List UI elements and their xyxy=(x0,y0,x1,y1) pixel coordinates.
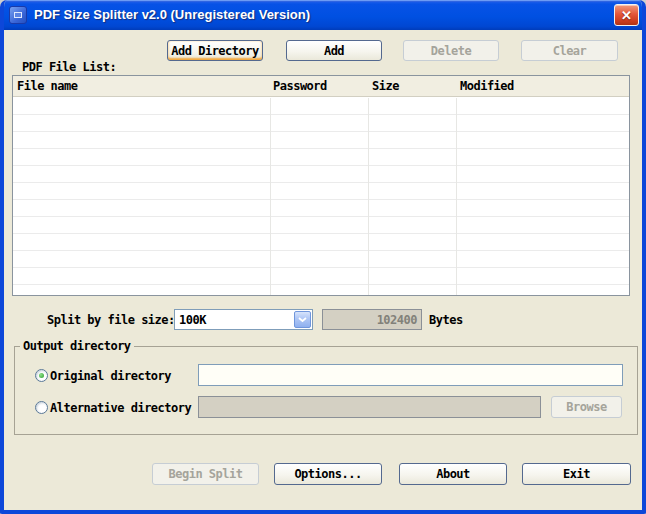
file-list-label: PDF File List: xyxy=(22,60,116,74)
output-directory-group: Output directory Original directory Alte… xyxy=(14,346,638,435)
column-divider xyxy=(368,98,369,295)
app-icon xyxy=(9,6,27,24)
bytes-value: 102400 xyxy=(377,313,417,327)
alternative-directory-field[interactable] xyxy=(198,396,541,418)
split-size-label: Split by file size: xyxy=(47,313,175,327)
clear-label: Clear xyxy=(553,44,587,58)
options-button[interactable]: Options... xyxy=(274,463,382,485)
title-bar[interactable]: PDF Size Splitter v2.0 (Unregistered Ver… xyxy=(0,0,646,30)
original-directory-label[interactable]: Original directory xyxy=(50,369,171,383)
bytes-value-field[interactable]: 102400 xyxy=(322,309,422,330)
browse-button[interactable]: Browse xyxy=(551,396,622,418)
add-label: Add xyxy=(324,44,344,58)
browse-label: Browse xyxy=(566,400,606,414)
exit-button[interactable]: Exit xyxy=(522,463,631,485)
column-header-file-name[interactable]: File name xyxy=(13,76,270,96)
alternative-directory-label[interactable]: Alternative directory xyxy=(50,401,191,415)
chevron-down-icon[interactable] xyxy=(294,311,311,328)
about-button[interactable]: About xyxy=(399,463,507,485)
column-divider xyxy=(456,98,457,295)
app-icon-pane xyxy=(14,12,22,18)
column-divider xyxy=(270,98,271,295)
app-window: PDF Size Splitter v2.0 (Unregistered Ver… xyxy=(0,0,646,514)
output-directory-group-label: Output directory xyxy=(20,339,134,353)
split-size-dropdown[interactable]: 100K xyxy=(174,309,313,330)
original-directory-radio[interactable] xyxy=(35,369,48,382)
delete-button[interactable]: Delete xyxy=(403,40,499,61)
original-directory-field[interactable] xyxy=(198,364,623,386)
file-list-table[interactable]: File name Password Size Modified xyxy=(12,75,630,296)
begin-split-label: Begin Split xyxy=(169,467,243,481)
clear-button[interactable]: Clear xyxy=(521,40,618,61)
options-label: Options... xyxy=(294,467,361,481)
begin-split-button[interactable]: Begin Split xyxy=(152,463,259,485)
close-button[interactable]: ✕ xyxy=(614,4,639,26)
column-header-password[interactable]: Password xyxy=(270,76,368,96)
column-header-size[interactable]: Size xyxy=(368,76,456,96)
split-size-value: 100K xyxy=(179,313,206,327)
window-title: PDF Size Splitter v2.0 (Unregistered Ver… xyxy=(34,7,310,22)
add-directory-button[interactable]: Add Directory xyxy=(167,40,263,61)
column-header-modified[interactable]: Modified xyxy=(456,76,629,96)
about-label: About xyxy=(436,467,470,481)
exit-label: Exit xyxy=(563,467,590,481)
add-directory-label: Add Directory xyxy=(171,44,258,58)
file-list-body[interactable] xyxy=(13,98,629,295)
alternative-directory-radio[interactable] xyxy=(35,401,48,414)
close-icon: ✕ xyxy=(621,8,632,23)
delete-label: Delete xyxy=(431,44,471,58)
bytes-unit-label: Bytes xyxy=(429,313,463,327)
add-button[interactable]: Add xyxy=(286,40,382,61)
file-list-header: File name Password Size Modified xyxy=(13,76,629,97)
